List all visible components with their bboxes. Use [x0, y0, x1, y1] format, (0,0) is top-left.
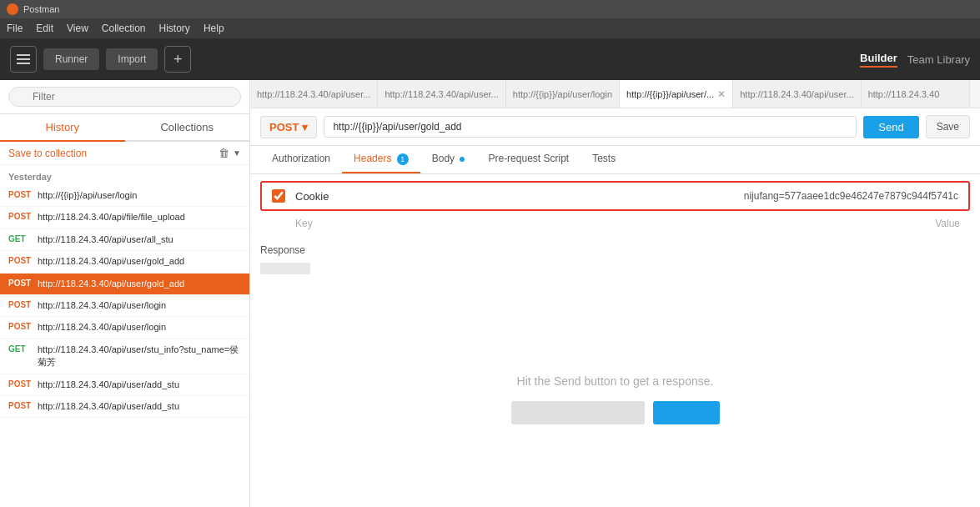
svg-rect-2 — [17, 63, 30, 64]
list-item[interactable]: POST http://118.24.3.40/api/file/file_up… — [0, 207, 249, 228]
chevron-down-icon: ▾ — [302, 121, 308, 133]
value-label: Value — [370, 218, 960, 229]
request-tabs: Authorization Headers 1 Body Pre-request… — [250, 146, 980, 174]
tab-history[interactable]: History — [0, 114, 125, 142]
url-text: http://118.24.3.40/api/user/stu_info?stu… — [38, 344, 241, 369]
response-blue-button[interactable] — [653, 401, 720, 424]
app-icon — [7, 3, 18, 15]
tab-url-label: http://118.24.3.40/api/user... — [740, 89, 853, 99]
send-button[interactable]: Send — [863, 116, 918, 138]
filter-input[interactable] — [8, 87, 241, 107]
app-title: Postman — [23, 4, 59, 14]
url-text: http://{{ip}}/api/user/login — [38, 189, 137, 202]
sidebar-tabs: History Collections — [0, 114, 249, 142]
sidebar: 🔍 History Collections Save to collection… — [0, 80, 250, 507]
svg-rect-0 — [17, 54, 30, 56]
header-value: nijufang=577aaee1dc9e46247e7879c944f5741… — [362, 190, 958, 202]
tab-url-label: http://118.24.3.40/api/user... — [257, 89, 370, 99]
sidebar-toggle-button[interactable] — [10, 46, 37, 73]
titlebar: Postman — [0, 0, 980, 18]
tab-pre-request[interactable]: Pre-request Script — [476, 146, 580, 173]
url-text: http://118.24.3.40/api/user/add_stu — [38, 400, 179, 413]
runner-button[interactable]: Runner — [43, 48, 99, 70]
url-tab[interactable]: http://{{ip}}/api/user/...✕ — [620, 80, 733, 108]
list-item[interactable]: POST http://118.24.3.40/api/user/gold_ad… — [0, 274, 249, 295]
method-badge: POST — [8, 379, 38, 389]
list-item[interactable]: POST http://{{ip}}/api/user/login — [0, 185, 249, 207]
response-area: Response — [250, 238, 980, 291]
response-hint-text: Hit the Send button to get a response. — [517, 374, 714, 388]
toolbar: Runner Import + Builder Team Library — [0, 38, 980, 80]
url-text: http://118.24.3.40/api/user/all_stu — [38, 233, 173, 246]
url-tab[interactable]: http://118.24.3.40/api/user... — [250, 80, 378, 108]
trash-icon[interactable]: 🗑 — [219, 147, 229, 159]
tab-url-label: http://{{ip}}/api/user/... — [626, 89, 714, 99]
method-badge: POST — [8, 400, 38, 410]
sidebar-action-row: Save to collection 🗑 ▼ — [0, 142, 249, 165]
chevron-down-icon[interactable]: ▼ — [233, 148, 241, 158]
team-library-tab[interactable]: Team Library — [907, 53, 970, 66]
sidebar-filter-area: 🔍 — [0, 80, 249, 114]
menu-file[interactable]: File — [7, 23, 23, 34]
url-tabs-strip: http://118.24.3.40/api/user...http://118… — [250, 80, 980, 108]
save-button[interactable]: Save — [926, 115, 970, 138]
tab-authorization[interactable]: Authorization — [260, 146, 342, 173]
header-cookie-row: Cookie nijufang=577aaee1dc9e46247e7879c9… — [260, 181, 970, 211]
url-text: http://118.24.3.40/api/user/login — [38, 299, 166, 312]
request-area: POST ▾ Send Save — [250, 108, 980, 146]
list-item[interactable]: GET http://118.24.3.40/api/user/all_stu — [0, 229, 249, 251]
url-tab[interactable]: http://118.24.3.40/api/user... — [378, 80, 505, 108]
header-checkbox[interactable] — [272, 189, 285, 203]
save-to-collection-button[interactable]: Save to collection — [8, 148, 87, 159]
method-badge: POST — [8, 299, 38, 309]
menubar: File Edit View Collection History Help — [0, 18, 980, 38]
list-item[interactable]: POST http://118.24.3.40/api/user/login — [0, 317, 249, 339]
method-dropdown[interactable]: POST ▾ — [260, 116, 317, 138]
method-badge: POST — [8, 211, 38, 221]
menu-edit[interactable]: Edit — [36, 23, 53, 34]
url-tab[interactable]: http://118.24.3.40/api/user... — [733, 80, 861, 108]
close-tab-icon[interactable]: ✕ — [717, 88, 726, 100]
tab-url-label: http://118.24.3.40 — [868, 89, 962, 99]
url-tab[interactable]: http://{{ip}}/api/user/login — [506, 80, 620, 108]
new-tab-button[interactable]: + — [164, 46, 191, 73]
key-label: Key — [270, 218, 370, 229]
menu-collection[interactable]: Collection — [102, 23, 146, 34]
method-badge: POST — [8, 278, 38, 288]
method-badge: GET — [8, 233, 38, 243]
tab-tests[interactable]: Tests — [580, 146, 627, 173]
list-item[interactable]: POST http://118.24.3.40/api/user/login — [0, 295, 249, 317]
tab-body[interactable]: Body — [420, 146, 477, 173]
url-text: http://118.24.3.40/api/file/file_upload — [38, 211, 185, 223]
sidebar-action-icons[interactable]: 🗑 ▼ — [219, 147, 241, 159]
import-button[interactable]: Import — [106, 48, 158, 70]
response-hint-area: Hit the Send button to get a response. — [250, 291, 980, 507]
menu-help[interactable]: Help — [204, 23, 224, 34]
builder-tab[interactable]: Builder — [860, 52, 897, 68]
tab-url-label: http://118.24.3.40/api/user... — [384, 89, 498, 99]
sidebar-history-list: Yesterday POST http://{{ip}}/api/user/lo… — [0, 165, 249, 507]
menu-view[interactable]: View — [67, 23, 88, 34]
headers-badge: 1 — [397, 153, 409, 165]
menu-history[interactable]: History — [159, 23, 190, 34]
tab-headers[interactable]: Headers 1 — [342, 146, 420, 173]
list-item[interactable]: POST http://118.24.3.40/api/user/gold_ad… — [0, 251, 249, 273]
list-item[interactable]: GET http://118.24.3.40/api/user/stu_info… — [0, 339, 249, 374]
header-key: Cookie — [295, 190, 362, 203]
response-placeholder-bar — [260, 263, 310, 274]
svg-rect-1 — [17, 58, 30, 60]
method-badge: POST — [8, 189, 38, 199]
headers-area: Cookie nijufang=577aaee1dc9e46247e7879c9… — [250, 174, 980, 238]
list-item[interactable]: POST http://118.24.3.40/api/user/add_stu — [0, 374, 249, 396]
response-label: Response — [260, 244, 970, 256]
response-bottom-row — [511, 401, 720, 424]
list-item[interactable]: POST http://118.24.3.40/api/user/add_stu — [0, 396, 249, 418]
url-input[interactable] — [324, 116, 857, 138]
url-tab[interactable]: http://118.24.3.40 — [862, 80, 970, 108]
key-value-labels: Key Value — [260, 216, 970, 231]
method-badge: POST — [8, 321, 38, 331]
tab-url-label: http://{{ip}}/api/user/login — [513, 89, 612, 99]
tab-collections[interactable]: Collections — [125, 114, 250, 140]
method-badge: GET — [8, 344, 38, 354]
method-badge: POST — [8, 255, 38, 265]
